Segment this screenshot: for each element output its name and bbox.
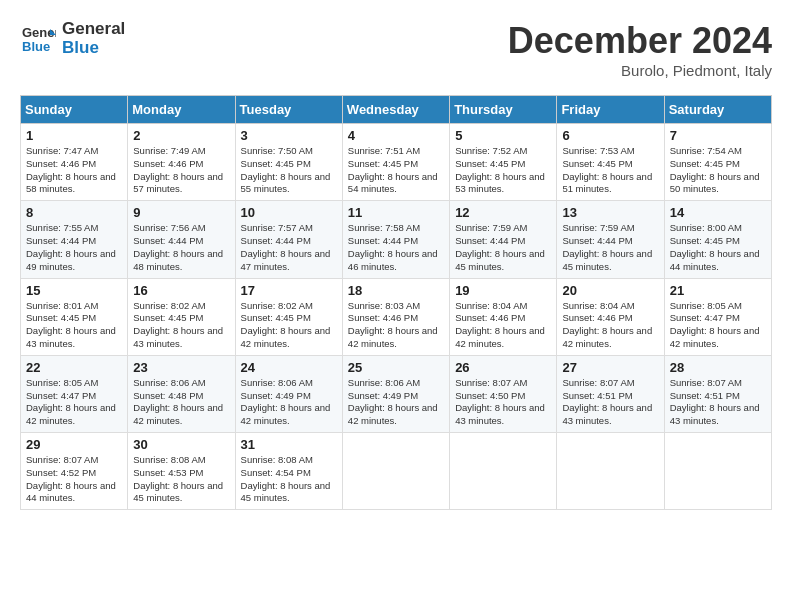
day-number: 25 [348,360,444,375]
cell-info: Sunrise: 7:50 AMSunset: 4:45 PMDaylight:… [241,145,337,196]
calendar-cell-day-14: 14Sunrise: 8:00 AMSunset: 4:45 PMDayligh… [664,201,771,278]
cell-info: Sunrise: 7:57 AMSunset: 4:44 PMDaylight:… [241,222,337,273]
calendar-cell-day-19: 19Sunrise: 8:04 AMSunset: 4:46 PMDayligh… [450,278,557,355]
day-number: 13 [562,205,658,220]
logo: General Blue General Blue [20,20,125,57]
cell-info: Sunrise: 8:06 AMSunset: 4:49 PMDaylight:… [348,377,444,428]
dow-tuesday: Tuesday [235,96,342,124]
calendar-cell-day-5: 5Sunrise: 7:52 AMSunset: 4:45 PMDaylight… [450,124,557,201]
cell-info: Sunrise: 8:03 AMSunset: 4:46 PMDaylight:… [348,300,444,351]
dow-monday: Monday [128,96,235,124]
cell-info: Sunrise: 8:06 AMSunset: 4:49 PMDaylight:… [241,377,337,428]
page-header: General Blue General Blue December 2024 … [20,20,772,79]
day-number: 9 [133,205,229,220]
week-row-4: 22Sunrise: 8:05 AMSunset: 4:47 PMDayligh… [21,355,772,432]
calendar-cell-day-30: 30Sunrise: 8:08 AMSunset: 4:53 PMDayligh… [128,433,235,510]
calendar-cell-day-1: 1Sunrise: 7:47 AMSunset: 4:46 PMDaylight… [21,124,128,201]
calendar-cell-day-11: 11Sunrise: 7:58 AMSunset: 4:44 PMDayligh… [342,201,449,278]
cell-info: Sunrise: 7:49 AMSunset: 4:46 PMDaylight:… [133,145,229,196]
day-number: 29 [26,437,122,452]
cell-info: Sunrise: 8:01 AMSunset: 4:45 PMDaylight:… [26,300,122,351]
day-number: 21 [670,283,766,298]
calendar-cell-day-25: 25Sunrise: 8:06 AMSunset: 4:49 PMDayligh… [342,355,449,432]
calendar-cell-day-7: 7Sunrise: 7:54 AMSunset: 4:45 PMDaylight… [664,124,771,201]
calendar-cell-day-18: 18Sunrise: 8:03 AMSunset: 4:46 PMDayligh… [342,278,449,355]
cell-info: Sunrise: 8:06 AMSunset: 4:48 PMDaylight:… [133,377,229,428]
cell-info: Sunrise: 8:02 AMSunset: 4:45 PMDaylight:… [133,300,229,351]
cell-info: Sunrise: 8:08 AMSunset: 4:53 PMDaylight:… [133,454,229,505]
calendar-cell-day-23: 23Sunrise: 8:06 AMSunset: 4:48 PMDayligh… [128,355,235,432]
day-number: 20 [562,283,658,298]
day-number: 5 [455,128,551,143]
day-number: 27 [562,360,658,375]
calendar-cell-day-2: 2Sunrise: 7:49 AMSunset: 4:46 PMDaylight… [128,124,235,201]
dow-friday: Friday [557,96,664,124]
cell-info: Sunrise: 8:05 AMSunset: 4:47 PMDaylight:… [670,300,766,351]
day-number: 2 [133,128,229,143]
dow-sunday: Sunday [21,96,128,124]
calendar-cell-day-16: 16Sunrise: 8:02 AMSunset: 4:45 PMDayligh… [128,278,235,355]
day-number: 23 [133,360,229,375]
empty-cell [557,433,664,510]
cell-info: Sunrise: 8:05 AMSunset: 4:47 PMDaylight:… [26,377,122,428]
dow-wednesday: Wednesday [342,96,449,124]
calendar-cell-day-6: 6Sunrise: 7:53 AMSunset: 4:45 PMDaylight… [557,124,664,201]
week-row-1: 1Sunrise: 7:47 AMSunset: 4:46 PMDaylight… [21,124,772,201]
day-number: 3 [241,128,337,143]
calendar-cell-day-24: 24Sunrise: 8:06 AMSunset: 4:49 PMDayligh… [235,355,342,432]
calendar-cell-day-9: 9Sunrise: 7:56 AMSunset: 4:44 PMDaylight… [128,201,235,278]
cell-info: Sunrise: 8:07 AMSunset: 4:51 PMDaylight:… [562,377,658,428]
cell-info: Sunrise: 7:47 AMSunset: 4:46 PMDaylight:… [26,145,122,196]
calendar-cell-day-3: 3Sunrise: 7:50 AMSunset: 4:45 PMDaylight… [235,124,342,201]
calendar-cell-day-29: 29Sunrise: 8:07 AMSunset: 4:52 PMDayligh… [21,433,128,510]
calendar-cell-day-12: 12Sunrise: 7:59 AMSunset: 4:44 PMDayligh… [450,201,557,278]
logo-line2: Blue [62,39,125,58]
cell-info: Sunrise: 7:56 AMSunset: 4:44 PMDaylight:… [133,222,229,273]
calendar-cell-day-13: 13Sunrise: 7:59 AMSunset: 4:44 PMDayligh… [557,201,664,278]
calendar-cell-day-21: 21Sunrise: 8:05 AMSunset: 4:47 PMDayligh… [664,278,771,355]
cell-info: Sunrise: 7:55 AMSunset: 4:44 PMDaylight:… [26,222,122,273]
day-number: 1 [26,128,122,143]
calendar-cell-day-27: 27Sunrise: 8:07 AMSunset: 4:51 PMDayligh… [557,355,664,432]
day-number: 28 [670,360,766,375]
cell-info: Sunrise: 7:54 AMSunset: 4:45 PMDaylight:… [670,145,766,196]
calendar-cell-day-31: 31Sunrise: 8:08 AMSunset: 4:54 PMDayligh… [235,433,342,510]
day-number: 31 [241,437,337,452]
empty-cell [664,433,771,510]
cell-info: Sunrise: 7:59 AMSunset: 4:44 PMDaylight:… [455,222,551,273]
day-number: 11 [348,205,444,220]
day-number: 24 [241,360,337,375]
cell-info: Sunrise: 7:59 AMSunset: 4:44 PMDaylight:… [562,222,658,273]
calendar-cell-day-20: 20Sunrise: 8:04 AMSunset: 4:46 PMDayligh… [557,278,664,355]
calendar-cell-day-4: 4Sunrise: 7:51 AMSunset: 4:45 PMDaylight… [342,124,449,201]
empty-cell [342,433,449,510]
cell-info: Sunrise: 8:04 AMSunset: 4:46 PMDaylight:… [562,300,658,351]
day-number: 19 [455,283,551,298]
calendar-cell-day-26: 26Sunrise: 8:07 AMSunset: 4:50 PMDayligh… [450,355,557,432]
calendar-body: 1Sunrise: 7:47 AMSunset: 4:46 PMDaylight… [21,124,772,510]
cell-info: Sunrise: 8:00 AMSunset: 4:45 PMDaylight:… [670,222,766,273]
day-number: 18 [348,283,444,298]
cell-info: Sunrise: 7:51 AMSunset: 4:45 PMDaylight:… [348,145,444,196]
title-block: December 2024 Burolo, Piedmont, Italy [508,20,772,79]
cell-info: Sunrise: 8:08 AMSunset: 4:54 PMDaylight:… [241,454,337,505]
location-subtitle: Burolo, Piedmont, Italy [508,62,772,79]
day-number: 12 [455,205,551,220]
dow-thursday: Thursday [450,96,557,124]
svg-text:Blue: Blue [22,39,50,54]
dow-saturday: Saturday [664,96,771,124]
calendar-cell-day-15: 15Sunrise: 8:01 AMSunset: 4:45 PMDayligh… [21,278,128,355]
calendar-cell-day-10: 10Sunrise: 7:57 AMSunset: 4:44 PMDayligh… [235,201,342,278]
cell-info: Sunrise: 8:02 AMSunset: 4:45 PMDaylight:… [241,300,337,351]
day-number: 22 [26,360,122,375]
logo-line1: General [62,20,125,39]
calendar-cell-day-17: 17Sunrise: 8:02 AMSunset: 4:45 PMDayligh… [235,278,342,355]
days-of-week-header: SundayMondayTuesdayWednesdayThursdayFrid… [21,96,772,124]
cell-info: Sunrise: 7:52 AMSunset: 4:45 PMDaylight:… [455,145,551,196]
day-number: 6 [562,128,658,143]
calendar-table: SundayMondayTuesdayWednesdayThursdayFrid… [20,95,772,510]
day-number: 26 [455,360,551,375]
day-number: 10 [241,205,337,220]
calendar-cell-day-28: 28Sunrise: 8:07 AMSunset: 4:51 PMDayligh… [664,355,771,432]
calendar-cell-day-8: 8Sunrise: 7:55 AMSunset: 4:44 PMDaylight… [21,201,128,278]
